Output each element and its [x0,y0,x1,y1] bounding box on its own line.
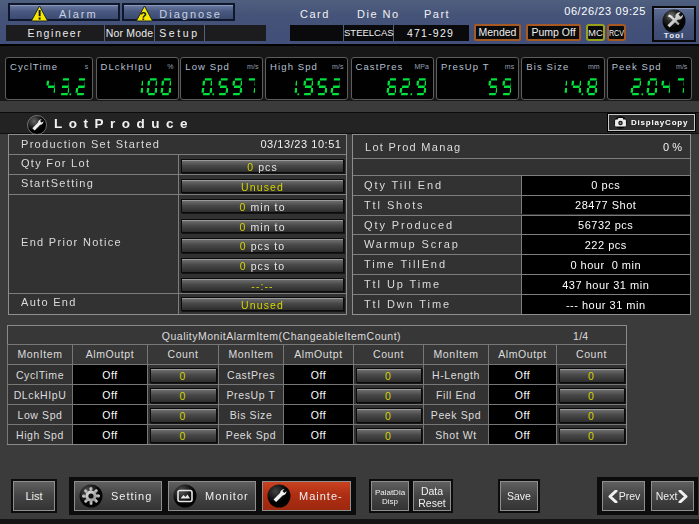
svg-text:?: ? [140,10,149,22]
